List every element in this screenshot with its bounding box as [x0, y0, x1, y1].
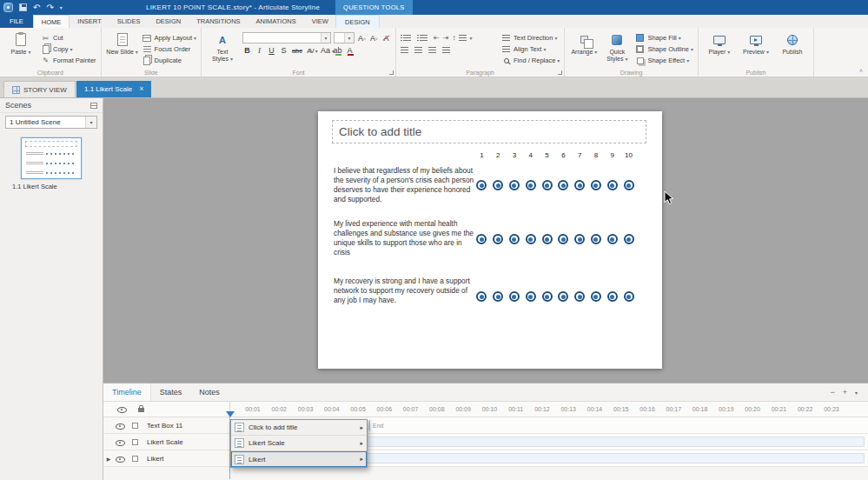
italic-button[interactable]: I: [255, 46, 264, 55]
copy-button[interactable]: Copy: [41, 44, 96, 54]
likert-radio[interactable]: [509, 291, 520, 302]
slide-title-placeholder[interactable]: Click to add title: [332, 120, 646, 143]
align-text-button[interactable]: Align Text: [501, 44, 560, 54]
line-spacing-icon[interactable]: ↕: [452, 34, 455, 42]
tab-slides[interactable]: SLIDES: [109, 15, 149, 28]
close-tab-icon[interactable]: ×: [139, 85, 143, 93]
tab-notes[interactable]: Notes: [190, 383, 229, 401]
tab-home[interactable]: HOME: [33, 15, 70, 28]
tab-timeline[interactable]: Timeline: [103, 383, 151, 401]
underline-button[interactable]: U: [267, 46, 276, 55]
likert-radio[interactable]: [574, 180, 585, 190]
likert-radio[interactable]: [607, 291, 618, 302]
likert-radio[interactable]: [591, 180, 601, 190]
menu-item-likert-scale[interactable]: Likert Scale: [231, 436, 367, 451]
likert-radio[interactable]: [509, 234, 520, 244]
scene-selector[interactable]: 1 Untitled Scene ▾: [5, 116, 97, 129]
tab-file[interactable]: FILE: [0, 15, 33, 28]
text-styles-button[interactable]: A Text Styles: [206, 30, 239, 66]
likert-radio[interactable]: [526, 291, 536, 302]
likert-radio[interactable]: [558, 180, 568, 190]
numbering-button[interactable]: [417, 35, 427, 41]
eye-icon[interactable]: [116, 422, 123, 430]
chevron-down-icon[interactable]: ▾: [85, 117, 96, 128]
menu-item-title[interactable]: Click to add title: [231, 420, 367, 436]
lock-checkbox[interactable]: [132, 456, 138, 462]
likert-radio[interactable]: [493, 180, 503, 190]
format-painter-button[interactable]: ✎Format Painter: [41, 56, 96, 65]
timeline-row[interactable]: ▶ Likert: [103, 450, 868, 467]
character-spacing-button[interactable]: AV: [306, 47, 318, 55]
font-name-select[interactable]: ▾: [242, 32, 331, 43]
paste-button[interactable]: Paste: [4, 30, 37, 66]
timeline-zoom-in-icon[interactable]: +: [843, 388, 847, 397]
likert-statement[interactable]: My recovery is strong and I have a suppo…: [334, 277, 480, 305]
strikethrough-button[interactable]: abc: [291, 47, 303, 55]
undo-icon[interactable]: ↶: [33, 3, 40, 12]
likert-radio[interactable]: [476, 180, 487, 190]
likert-radio[interactable]: [493, 291, 503, 302]
likert-radio[interactable]: [526, 180, 536, 190]
likert-statement[interactable]: I believe that regardless of my beliefs …: [334, 166, 480, 204]
shape-effect-button[interactable]: Shape Effect: [635, 56, 693, 65]
timeline-row-name[interactable]: Text Box 11: [147, 422, 182, 430]
publish-button[interactable]: Publish: [776, 30, 809, 66]
timeline-row[interactable]: End Text Box 11: [103, 417, 868, 434]
arrange-button[interactable]: Arrange: [569, 30, 599, 66]
likert-radio[interactable]: [624, 234, 634, 244]
duplicate-button[interactable]: Duplicate: [142, 56, 196, 65]
slide[interactable]: Click to add title 12345678910 I believe…: [318, 111, 662, 369]
align-right-button[interactable]: [428, 47, 436, 53]
timeline-row-name[interactable]: Likert: [147, 455, 164, 463]
expand-row-icon[interactable]: ▶: [103, 456, 114, 462]
playhead[interactable]: [226, 411, 235, 417]
increase-indent-icon[interactable]: ⇥: [443, 34, 449, 42]
likert-radio[interactable]: [591, 234, 601, 244]
change-case-button[interactable]: Aa: [321, 46, 330, 55]
cut-button[interactable]: ✂Cut: [41, 33, 96, 43]
likert-radio[interactable]: [558, 291, 568, 302]
likert-statement[interactable]: My lived experience with mental health c…: [334, 219, 480, 257]
align-left-button[interactable]: [401, 47, 408, 53]
tab-question-design[interactable]: DESIGN: [335, 15, 380, 28]
likert-radio[interactable]: [624, 291, 634, 302]
collapse-ribbon-icon[interactable]: ˄: [859, 68, 863, 74]
likert-radio[interactable]: [493, 234, 503, 244]
redo-icon[interactable]: ↷: [46, 3, 53, 12]
timeline-menu-icon[interactable]: ▾: [855, 390, 858, 396]
text-direction-button[interactable]: Text Direction: [501, 33, 560, 43]
likert-radio[interactable]: [509, 180, 520, 190]
tab-animations[interactable]: ANIMATIONS: [248, 15, 304, 28]
likert-radio[interactable]: [476, 291, 487, 302]
likert-radio[interactable]: [542, 234, 553, 244]
font-size-select[interactable]: ▾: [334, 32, 354, 43]
chevron-down-icon[interactable]: ▾: [321, 33, 330, 43]
eye-icon[interactable]: [116, 438, 123, 446]
timeline-row-name[interactable]: Likert Scale: [147, 438, 183, 446]
lock-checkbox[interactable]: [132, 423, 138, 429]
tab-transitions[interactable]: TRANSITIONS: [189, 15, 248, 28]
chevron-down-icon[interactable]: ▾: [344, 33, 354, 43]
likert-radio[interactable]: [476, 234, 487, 244]
eye-icon[interactable]: [116, 455, 123, 463]
align-center-button[interactable]: [414, 47, 422, 53]
tab-slide-likert-scale[interactable]: 1.1 Likert Scale ×: [76, 81, 151, 97]
likert-radio[interactable]: [607, 234, 618, 244]
quick-access-caret-icon[interactable]: ▾: [60, 4, 63, 10]
quick-styles-button[interactable]: Quick Styles: [602, 30, 632, 66]
highlight-color-button[interactable]: ab: [333, 46, 342, 55]
likert-radio[interactable]: [607, 180, 618, 190]
shape-outline-button[interactable]: Shape Outline: [635, 44, 693, 54]
focus-order-button[interactable]: Focus Order: [142, 44, 196, 54]
tab-states[interactable]: States: [151, 383, 191, 401]
timeline-zoom-out-icon[interactable]: −: [830, 388, 834, 397]
decrease-indent-icon[interactable]: ⇤: [434, 34, 440, 42]
likert-radio[interactable]: [624, 180, 634, 190]
slide-thumbnail[interactable]: [21, 137, 82, 179]
likert-radio[interactable]: [558, 234, 568, 244]
timeline-row[interactable]: Likert Scale: [103, 434, 868, 450]
apply-layout-button[interactable]: Apply Layout: [142, 33, 196, 43]
clear-formatting-button[interactable]: A: [381, 34, 391, 43]
save-icon[interactable]: [19, 3, 27, 11]
player-button[interactable]: Player: [703, 30, 736, 66]
